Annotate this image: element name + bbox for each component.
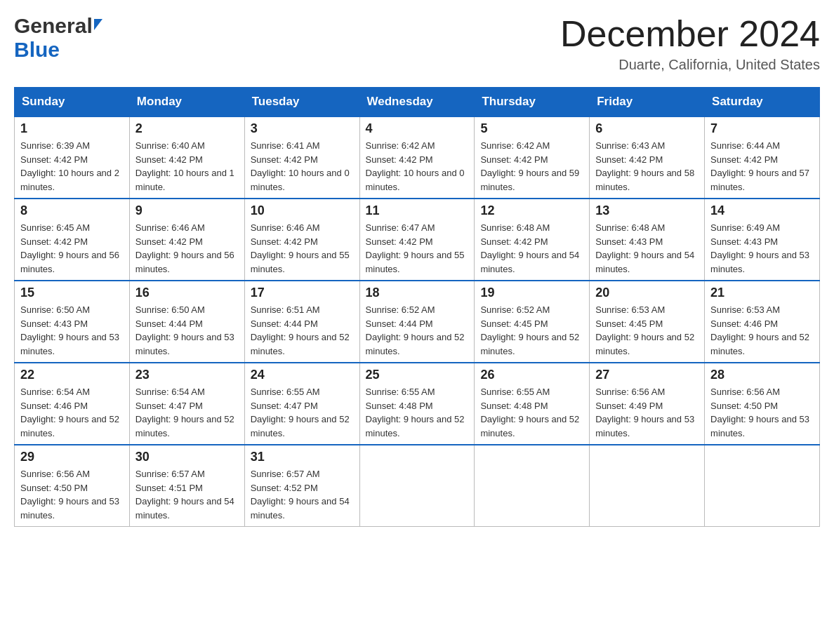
calendar-cell: 18Sunrise: 6:52 AMSunset: 4:44 PMDayligh… — [359, 281, 475, 363]
calendar-cell: 11Sunrise: 6:47 AMSunset: 4:42 PMDayligh… — [359, 199, 475, 281]
day-number: 30 — [135, 450, 239, 464]
calendar-cell: 27Sunrise: 6:56 AMSunset: 4:49 PMDayligh… — [590, 363, 705, 445]
day-info: Sunrise: 6:57 AMSunset: 4:51 PMDaylight:… — [135, 467, 239, 522]
calendar-cell: 2Sunrise: 6:40 AMSunset: 4:42 PMDaylight… — [129, 116, 244, 199]
day-info: Sunrise: 6:49 AMSunset: 4:43 PMDaylight:… — [710, 221, 814, 276]
calendar-cell: 12Sunrise: 6:48 AMSunset: 4:42 PMDayligh… — [475, 199, 590, 281]
day-number: 7 — [710, 121, 814, 136]
logo-arrow-icon — [94, 19, 102, 30]
day-info: Sunrise: 6:51 AMSunset: 4:44 PMDaylight:… — [251, 303, 354, 358]
day-info: Sunrise: 6:47 AMSunset: 4:42 PMDaylight:… — [366, 221, 469, 276]
day-number: 10 — [251, 203, 354, 218]
day-info: Sunrise: 6:46 AMSunset: 4:42 PMDaylight:… — [251, 221, 354, 276]
day-number: 18 — [366, 286, 469, 300]
week-row-3: 15Sunrise: 6:50 AMSunset: 4:43 PMDayligh… — [15, 281, 820, 363]
day-number: 14 — [710, 203, 814, 218]
calendar-cell: 10Sunrise: 6:46 AMSunset: 4:42 PMDayligh… — [244, 199, 359, 281]
header-sunday: Sunday — [15, 88, 130, 117]
calendar-cell — [705, 445, 820, 527]
calendar-cell: 31Sunrise: 6:57 AMSunset: 4:52 PMDayligh… — [244, 445, 359, 527]
week-row-1: 1Sunrise: 6:39 AMSunset: 4:42 PMDaylight… — [15, 116, 820, 199]
day-info: Sunrise: 6:52 AMSunset: 4:44 PMDaylight:… — [366, 303, 469, 358]
week-row-4: 22Sunrise: 6:54 AMSunset: 4:46 PMDayligh… — [15, 363, 820, 445]
day-number: 28 — [710, 368, 814, 382]
day-info: Sunrise: 6:50 AMSunset: 4:44 PMDaylight:… — [135, 303, 239, 358]
day-info: Sunrise: 6:42 AMSunset: 4:42 PMDaylight:… — [366, 139, 469, 194]
day-number: 19 — [480, 286, 583, 300]
header-tuesday: Tuesday — [244, 88, 359, 117]
day-info: Sunrise: 6:54 AMSunset: 4:46 PMDaylight:… — [20, 385, 124, 440]
calendar-cell: 21Sunrise: 6:53 AMSunset: 4:46 PMDayligh… — [705, 281, 820, 363]
day-number: 26 — [480, 368, 583, 382]
day-number: 5 — [480, 121, 583, 136]
day-info: Sunrise: 6:53 AMSunset: 4:46 PMDaylight:… — [710, 303, 814, 358]
header-friday: Friday — [590, 88, 705, 117]
calendar-cell — [475, 445, 590, 527]
day-info: Sunrise: 6:39 AMSunset: 4:42 PMDaylight:… — [20, 139, 124, 194]
calendar-cell: 23Sunrise: 6:54 AMSunset: 4:47 PMDayligh… — [129, 363, 244, 445]
title-area: December 2024 Duarte, California, United… — [560, 14, 820, 73]
calendar-cell: 29Sunrise: 6:56 AMSunset: 4:50 PMDayligh… — [15, 445, 130, 527]
day-info: Sunrise: 6:46 AMSunset: 4:42 PMDaylight:… — [135, 221, 239, 276]
day-number: 15 — [20, 286, 124, 300]
day-number: 29 — [20, 450, 124, 464]
day-info: Sunrise: 6:56 AMSunset: 4:49 PMDaylight:… — [595, 385, 699, 440]
weekday-header-row: Sunday Monday Tuesday Wednesday Thursday… — [15, 88, 820, 117]
day-info: Sunrise: 6:57 AMSunset: 4:52 PMDaylight:… — [251, 467, 354, 522]
day-info: Sunrise: 6:41 AMSunset: 4:42 PMDaylight:… — [251, 139, 354, 194]
calendar-cell: 26Sunrise: 6:55 AMSunset: 4:48 PMDayligh… — [475, 363, 590, 445]
day-number: 17 — [251, 286, 354, 300]
week-row-2: 8Sunrise: 6:45 AMSunset: 4:42 PMDaylight… — [15, 199, 820, 281]
day-number: 11 — [366, 203, 469, 218]
month-title: December 2024 — [560, 14, 820, 54]
calendar-cell: 28Sunrise: 6:56 AMSunset: 4:50 PMDayligh… — [705, 363, 820, 445]
day-info: Sunrise: 6:52 AMSunset: 4:45 PMDaylight:… — [480, 303, 583, 358]
day-number: 31 — [251, 450, 354, 464]
day-number: 9 — [135, 203, 239, 218]
location-subtitle: Duarte, California, United States — [560, 57, 820, 73]
day-info: Sunrise: 6:45 AMSunset: 4:42 PMDaylight:… — [20, 221, 124, 276]
calendar-cell: 19Sunrise: 6:52 AMSunset: 4:45 PMDayligh… — [475, 281, 590, 363]
day-number: 12 — [480, 203, 583, 218]
day-info: Sunrise: 6:55 AMSunset: 4:48 PMDaylight:… — [366, 385, 469, 440]
header-wednesday: Wednesday — [359, 88, 475, 117]
calendar-cell: 17Sunrise: 6:51 AMSunset: 4:44 PMDayligh… — [244, 281, 359, 363]
day-number: 6 — [595, 121, 699, 136]
week-row-5: 29Sunrise: 6:56 AMSunset: 4:50 PMDayligh… — [15, 445, 820, 527]
day-number: 27 — [595, 368, 699, 382]
day-info: Sunrise: 6:56 AMSunset: 4:50 PMDaylight:… — [710, 385, 814, 440]
calendar-cell: 6Sunrise: 6:43 AMSunset: 4:42 PMDaylight… — [590, 116, 705, 199]
calendar-cell: 4Sunrise: 6:42 AMSunset: 4:42 PMDaylight… — [359, 116, 475, 199]
logo: General Blue — [14, 14, 102, 62]
header-thursday: Thursday — [475, 88, 590, 117]
day-number: 8 — [20, 203, 124, 218]
day-info: Sunrise: 6:53 AMSunset: 4:45 PMDaylight:… — [595, 303, 699, 358]
day-number: 1 — [20, 121, 124, 136]
day-info: Sunrise: 6:55 AMSunset: 4:48 PMDaylight:… — [480, 385, 583, 440]
calendar-cell: 16Sunrise: 6:50 AMSunset: 4:44 PMDayligh… — [129, 281, 244, 363]
day-number: 3 — [251, 121, 354, 136]
page-header: General Blue December 2024 Duarte, Calif… — [14, 14, 820, 73]
day-number: 22 — [20, 368, 124, 382]
day-info: Sunrise: 6:48 AMSunset: 4:43 PMDaylight:… — [595, 221, 699, 276]
day-info: Sunrise: 6:44 AMSunset: 4:42 PMDaylight:… — [710, 139, 814, 194]
calendar-cell: 8Sunrise: 6:45 AMSunset: 4:42 PMDaylight… — [15, 199, 130, 281]
calendar-cell: 30Sunrise: 6:57 AMSunset: 4:51 PMDayligh… — [129, 445, 244, 527]
day-info: Sunrise: 6:43 AMSunset: 4:42 PMDaylight:… — [595, 139, 699, 194]
day-info: Sunrise: 6:48 AMSunset: 4:42 PMDaylight:… — [480, 221, 583, 276]
calendar-cell: 20Sunrise: 6:53 AMSunset: 4:45 PMDayligh… — [590, 281, 705, 363]
calendar-cell: 3Sunrise: 6:41 AMSunset: 4:42 PMDaylight… — [244, 116, 359, 199]
day-number: 23 — [135, 368, 239, 382]
day-info: Sunrise: 6:55 AMSunset: 4:47 PMDaylight:… — [251, 385, 354, 440]
day-info: Sunrise: 6:40 AMSunset: 4:42 PMDaylight:… — [135, 139, 239, 194]
calendar-cell — [359, 445, 475, 527]
calendar-cell: 5Sunrise: 6:42 AMSunset: 4:42 PMDaylight… — [475, 116, 590, 199]
day-info: Sunrise: 6:54 AMSunset: 4:47 PMDaylight:… — [135, 385, 239, 440]
logo-general-text: General — [14, 14, 93, 38]
calendar-cell: 1Sunrise: 6:39 AMSunset: 4:42 PMDaylight… — [15, 116, 130, 199]
calendar-cell: 13Sunrise: 6:48 AMSunset: 4:43 PMDayligh… — [590, 199, 705, 281]
calendar-cell: 25Sunrise: 6:55 AMSunset: 4:48 PMDayligh… — [359, 363, 475, 445]
day-number: 20 — [595, 286, 699, 300]
day-info: Sunrise: 6:42 AMSunset: 4:42 PMDaylight:… — [480, 139, 583, 194]
day-number: 21 — [710, 286, 814, 300]
